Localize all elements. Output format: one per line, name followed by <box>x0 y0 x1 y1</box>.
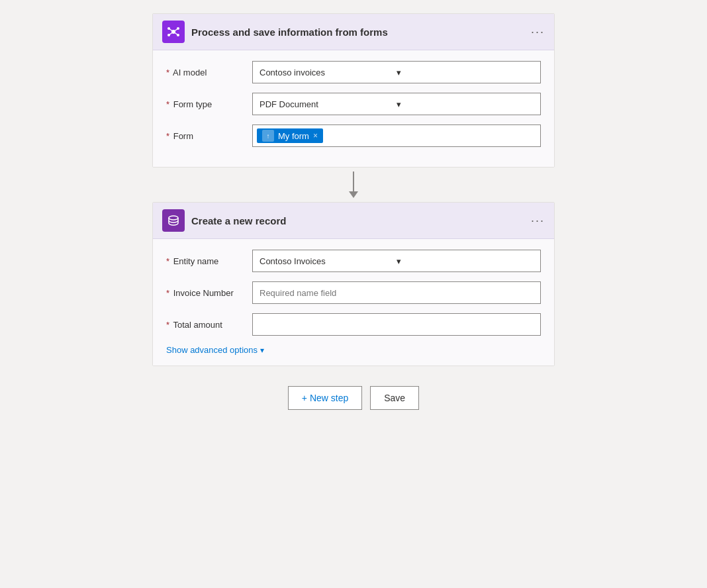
card2-menu-button[interactable]: ··· <box>531 215 545 226</box>
total-amount-required: * <box>166 320 169 330</box>
entity-name-row: * Entity name Contoso Invoices ▾ <box>166 250 541 272</box>
card1-title: Process and save information from forms <box>191 26 388 38</box>
card2-header-left: Create a new record <box>162 209 286 232</box>
ai-icon <box>166 24 181 39</box>
entity-name-label: * Entity name <box>166 256 252 266</box>
bottom-actions: + New step Save <box>288 386 419 410</box>
advanced-options-label: Show advanced options <box>166 345 258 355</box>
ai-model-label: * AI model <box>166 68 252 77</box>
advanced-options-chevron-icon: ▾ <box>260 346 264 355</box>
ai-model-required: * <box>166 68 169 77</box>
ai-model-select[interactable]: Contoso invoices ▾ <box>252 61 541 83</box>
form-label: * Form <box>166 131 252 141</box>
invoice-number-label: * Invoice Number <box>166 288 252 298</box>
form-required: * <box>166 131 169 141</box>
card2-title: Create a new record <box>191 215 286 226</box>
invoice-number-required: * <box>166 288 169 298</box>
invoice-number-control <box>252 281 541 304</box>
card-create-record: Create a new record ··· * Entity name Co… <box>152 202 555 366</box>
card1-icon <box>162 21 185 43</box>
card2-header: Create a new record ··· <box>153 203 554 239</box>
card1-header: Process and save information from forms … <box>153 14 554 50</box>
ai-model-row: * AI model Contoso invoices ▾ <box>166 61 541 83</box>
total-amount-control <box>252 313 541 336</box>
form-type-control: PDF Document ▾ <box>252 93 541 115</box>
form-tag-close-button[interactable]: × <box>313 131 318 140</box>
card1-menu-button[interactable]: ··· <box>531 26 545 38</box>
invoice-number-row: * Invoice Number <box>166 281 541 304</box>
form-row: * Form ↑ My form × <box>166 124 541 147</box>
ai-model-control: Contoso invoices ▾ <box>252 61 541 83</box>
form-type-row: * Form type PDF Document ▾ <box>166 93 541 115</box>
connector-line <box>353 172 354 191</box>
invoice-number-input[interactable] <box>252 281 541 304</box>
card2-icon <box>162 209 185 232</box>
form-type-select[interactable]: PDF Document ▾ <box>252 93 541 115</box>
entity-name-chevron-icon: ▾ <box>397 256 534 266</box>
new-step-button[interactable]: + New step <box>288 386 362 410</box>
form-tag-input[interactable]: ↑ My form × <box>252 124 541 147</box>
connector-arrow-head <box>349 191 358 198</box>
save-button[interactable]: Save <box>370 386 419 410</box>
form-type-required: * <box>166 99 169 109</box>
advanced-options-toggle[interactable]: Show advanced options ▾ <box>166 345 541 355</box>
total-amount-row: * Total amount <box>166 313 541 336</box>
form-type-label: * Form type <box>166 99 252 109</box>
card1-header-left: Process and save information from forms <box>162 21 388 43</box>
form-tag: ↑ My form × <box>257 128 323 143</box>
ai-model-chevron-icon: ▾ <box>397 68 534 77</box>
form-tag-upload-icon: ↑ <box>262 130 274 142</box>
form-control: ↑ My form × <box>252 124 541 147</box>
form-type-chevron-icon: ▾ <box>397 99 534 109</box>
total-amount-input[interactable] <box>252 313 541 336</box>
entity-name-select[interactable]: Contoso Invoices ▾ <box>252 250 541 272</box>
entity-name-required: * <box>166 256 169 266</box>
entity-name-control: Contoso Invoices ▾ <box>252 250 541 272</box>
card2-body: * Entity name Contoso Invoices ▾ * Invoi… <box>153 239 554 366</box>
card1-body: * AI model Contoso invoices ▾ * Form typ… <box>153 50 554 167</box>
card-process-forms: Process and save information from forms … <box>152 13 555 168</box>
connector-arrow <box>349 172 358 198</box>
svg-point-9 <box>169 216 178 220</box>
total-amount-label: * Total amount <box>166 320 252 330</box>
form-tag-text: My form <box>278 131 309 141</box>
database-icon <box>166 213 181 228</box>
